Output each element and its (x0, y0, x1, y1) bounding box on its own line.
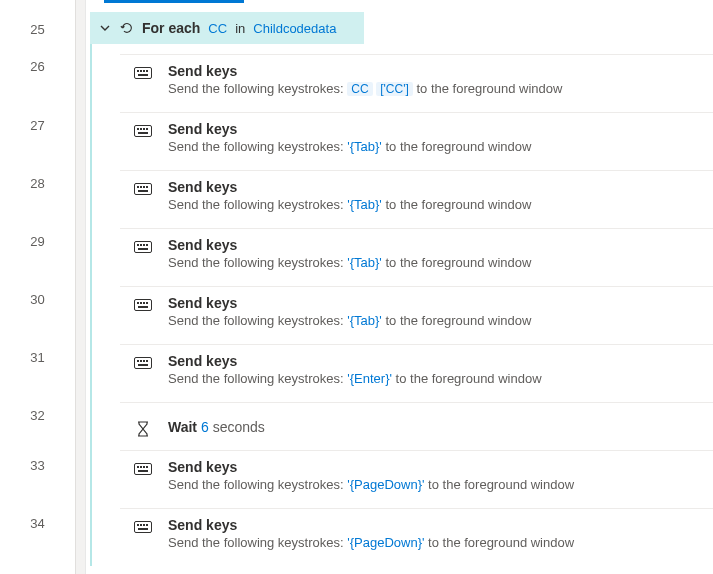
param-key: '{Enter}' (347, 371, 392, 386)
svg-rect-18 (135, 242, 152, 253)
param-accessor: ['CC'] (376, 82, 413, 96)
active-tab-indicator (104, 0, 244, 3)
action-body: Send keys Send the following keystrokes:… (168, 179, 531, 212)
svg-rect-20 (140, 244, 142, 246)
line-number: 26 (0, 59, 75, 117)
svg-rect-13 (137, 186, 139, 188)
send-keys-action[interactable]: Send keys Send the following keystrokes:… (120, 228, 713, 286)
svg-rect-42 (135, 522, 152, 533)
action-description: Send the following keystrokes: '{Tab}' t… (168, 313, 531, 328)
send-keys-action[interactable]: Send keys Send the following keystrokes:… (120, 54, 713, 112)
action-description: Send the following keystrokes: CC ['CC']… (168, 81, 562, 96)
keyboard-icon (132, 237, 154, 253)
action-body: Send keys Send the following keystrokes:… (168, 63, 562, 96)
svg-rect-45 (143, 524, 145, 526)
action-body: Send keys Send the following keystrokes:… (168, 295, 531, 328)
action-description: Send the following keystrokes: '{Tab}' t… (168, 197, 531, 212)
svg-rect-31 (137, 360, 139, 362)
flow-canvas: For each CC in Childcodedata Send keys S… (76, 0, 713, 574)
param-key: '{Tab}' (347, 139, 382, 154)
action-body: Wait 6 seconds (168, 419, 265, 435)
wait-action[interactable]: Wait 6 seconds (120, 402, 713, 450)
nested-block: Send keys Send the following keystrokes:… (90, 44, 713, 566)
action-title: Wait (168, 419, 197, 435)
action-title: Send keys (168, 517, 574, 533)
svg-rect-5 (138, 74, 148, 76)
loop-variable[interactable]: CC (208, 21, 227, 36)
svg-rect-3 (143, 70, 145, 72)
svg-rect-27 (143, 302, 145, 304)
svg-rect-39 (143, 466, 145, 468)
svg-rect-40 (146, 466, 148, 468)
keyboard-icon (132, 63, 154, 79)
svg-rect-25 (137, 302, 139, 304)
svg-rect-17 (138, 190, 148, 192)
action-body: Send keys Send the following keystrokes:… (168, 517, 574, 550)
action-title: Send keys (168, 121, 531, 137)
svg-rect-22 (146, 244, 148, 246)
keyboard-icon (132, 353, 154, 369)
svg-rect-26 (140, 302, 142, 304)
editor-container: 25 26 27 28 29 30 31 32 33 34 For each C… (0, 0, 713, 574)
svg-rect-16 (146, 186, 148, 188)
svg-rect-11 (138, 132, 148, 134)
send-keys-action[interactable]: Send keys Send the following keystrokes:… (120, 286, 713, 344)
svg-rect-37 (137, 466, 139, 468)
svg-rect-8 (140, 128, 142, 130)
line-number: 31 (0, 350, 75, 408)
svg-rect-30 (135, 358, 152, 369)
svg-rect-29 (138, 306, 148, 308)
svg-rect-21 (143, 244, 145, 246)
action-description: Send the following keystrokes: '{PageDow… (168, 477, 574, 492)
svg-rect-43 (137, 524, 139, 526)
action-description: Send the following keystrokes: '{Tab}' t… (168, 139, 531, 154)
param-key: '{Tab}' (347, 313, 382, 328)
svg-rect-34 (146, 360, 148, 362)
foreach-action[interactable]: For each CC in Childcodedata (90, 12, 364, 44)
svg-rect-23 (138, 248, 148, 250)
action-title: Send keys (168, 237, 531, 253)
send-keys-action[interactable]: Send keys Send the following keystrokes:… (120, 112, 713, 170)
svg-rect-44 (140, 524, 142, 526)
send-keys-action[interactable]: Send keys Send the following keystrokes:… (120, 508, 713, 566)
param-key: '{Tab}' (347, 197, 382, 212)
keyboard-icon (132, 121, 154, 137)
svg-rect-28 (146, 302, 148, 304)
svg-rect-1 (137, 70, 139, 72)
svg-rect-32 (140, 360, 142, 362)
param-key: '{PageDown}' (347, 535, 424, 550)
chevron-down-icon[interactable] (98, 21, 112, 35)
svg-rect-33 (143, 360, 145, 362)
action-body: Send keys Send the following keystrokes:… (168, 459, 574, 492)
action-body: Send keys Send the following keystrokes:… (168, 353, 542, 386)
svg-rect-2 (140, 70, 142, 72)
svg-rect-15 (143, 186, 145, 188)
hourglass-icon (132, 417, 154, 437)
loop-collection[interactable]: Childcodedata (253, 21, 336, 36)
svg-rect-35 (138, 364, 148, 366)
wait-value: 6 (201, 419, 209, 435)
svg-rect-46 (146, 524, 148, 526)
action-title: Send keys (168, 459, 574, 475)
line-number: 33 (0, 458, 75, 516)
svg-rect-14 (140, 186, 142, 188)
send-keys-action[interactable]: Send keys Send the following keystrokes:… (120, 344, 713, 402)
action-body: Send keys Send the following keystrokes:… (168, 237, 531, 270)
param-key: '{Tab}' (347, 255, 382, 270)
line-number: 30 (0, 292, 75, 350)
action-title: Send keys (168, 179, 531, 195)
action-title: Send keys (168, 295, 531, 311)
line-number: 32 (0, 408, 75, 457)
svg-rect-7 (137, 128, 139, 130)
send-keys-action[interactable]: Send keys Send the following keystrokes:… (120, 170, 713, 228)
action-list: For each CC in Childcodedata Send keys S… (86, 0, 713, 574)
in-keyword: in (235, 21, 245, 36)
send-keys-action[interactable]: Send keys Send the following keystrokes:… (120, 450, 713, 508)
svg-rect-4 (146, 70, 148, 72)
foreach-label: For each (142, 20, 200, 36)
svg-rect-6 (135, 126, 152, 137)
line-number: 27 (0, 118, 75, 176)
action-description: Send the following keystrokes: '{Enter}'… (168, 371, 542, 386)
action-description: Send the following keystrokes: '{PageDow… (168, 535, 574, 550)
svg-rect-36 (135, 464, 152, 475)
